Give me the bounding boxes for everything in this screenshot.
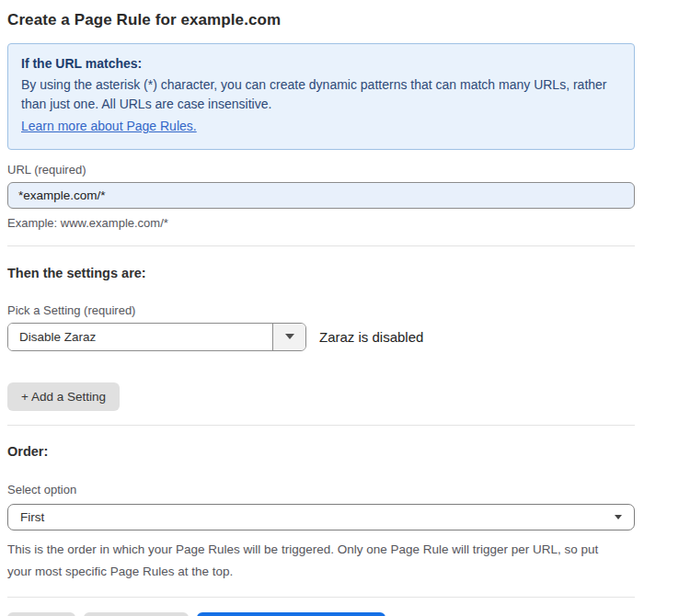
- learn-more-link[interactable]: Learn more about Page Rules.: [21, 117, 197, 137]
- setting-status-text: Zaraz is disabled: [319, 329, 423, 345]
- dropdown-arrow-icon: [615, 515, 622, 519]
- settings-section-heading: Then the settings are:: [7, 266, 635, 280]
- setting-picker-label: Pick a Setting (required): [7, 303, 635, 317]
- dropdown-arrow-icon: [285, 334, 294, 339]
- info-box-heading: If the URL matches:: [21, 54, 621, 74]
- url-input[interactable]: [7, 182, 635, 209]
- setting-select-dropdown-button[interactable]: [272, 324, 305, 350]
- section-divider: [7, 245, 635, 246]
- section-divider: [7, 425, 635, 426]
- order-select-value: First: [20, 510, 44, 524]
- order-select-label: Select option: [7, 483, 635, 496]
- page-rule-form: Create a Page Rule for example.com If th…: [0, 0, 690, 616]
- save-as-draft-button[interactable]: Save as Draft: [84, 612, 189, 616]
- add-setting-button[interactable]: + Add a Setting: [7, 382, 120, 411]
- url-example-text: Example: www.example.com/*: [7, 216, 635, 230]
- order-select[interactable]: First: [7, 504, 635, 530]
- setting-row: Disable Zaraz Zaraz is disabled: [7, 323, 635, 351]
- order-section-heading: Order:: [7, 444, 635, 459]
- section-divider: [7, 597, 635, 598]
- order-help-text: This is the order in which your Page Rul…: [7, 539, 616, 583]
- setting-select[interactable]: Disable Zaraz: [7, 323, 306, 351]
- setting-select-value: Disable Zaraz: [8, 324, 272, 350]
- action-row: Cancel Save as Draft Save and Deploy Pag…: [7, 612, 635, 616]
- page-title: Create a Page Rule for example.com: [7, 11, 635, 29]
- cancel-button[interactable]: Cancel: [7, 612, 75, 616]
- info-box-body: By using the asterisk (*) character, you…: [21, 75, 617, 115]
- url-match-info-box: If the URL matches: By using the asteris…: [7, 43, 635, 150]
- save-and-deploy-button[interactable]: Save and Deploy Page Rule: [197, 612, 386, 616]
- url-field-label: URL (required): [7, 163, 635, 177]
